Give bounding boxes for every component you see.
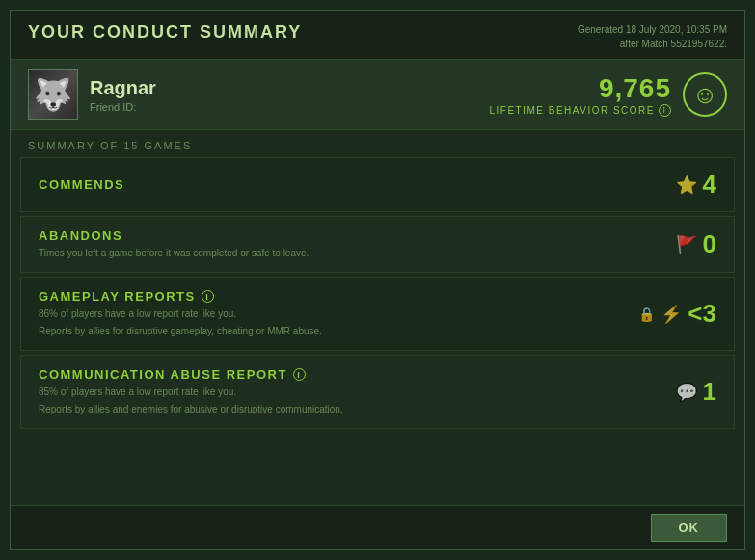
abandons-icon: 🚩 xyxy=(676,234,697,255)
abandons-desc: Times you left a game before it was comp… xyxy=(39,246,639,260)
abandons-row: ABANDONS Times you left a game before it… xyxy=(20,216,735,273)
communication-abuse-value: 1 xyxy=(703,377,716,407)
profile-info: Ragnar Friend ID: xyxy=(90,77,156,113)
abandons-value: 0 xyxy=(703,229,716,259)
gameplay-reports-row: GAMEPLAY REPORTS i 86% of players have a… xyxy=(20,277,735,351)
footer: OK xyxy=(11,505,744,549)
commends-right: ⭐ 4 xyxy=(639,170,716,200)
communication-abuse-right: 💬 1 xyxy=(639,377,716,407)
behavior-score-info-icon[interactable]: i xyxy=(659,104,671,117)
communication-abuse-desc2: Reports by allies and enemies for abusiv… xyxy=(39,402,639,416)
abandons-right: 🚩 0 xyxy=(639,229,716,259)
communication-abuse-title: COMMUNICATION ABUSE REPORT i xyxy=(39,367,639,382)
commends-left: COMMENDS xyxy=(39,177,639,192)
commends-title: COMMENDS xyxy=(39,177,639,192)
behavior-score-label: LIFETIME BEHAVIOR SCORE i xyxy=(489,104,671,117)
avatar-image: 🐺 xyxy=(29,70,77,119)
gameplay-reports-desc2: Reports by allies for disruptive gamepla… xyxy=(39,324,638,338)
window-title: YOUR CONDUCT SUMMARY xyxy=(28,22,302,42)
behavior-score-number: 9,765 xyxy=(489,73,671,104)
communication-abuse-icon: 💬 xyxy=(676,382,697,403)
gameplay-reports-info-icon[interactable]: i xyxy=(202,290,214,303)
title-bar: YOUR CONDUCT SUMMARY Generated 18 July 2… xyxy=(11,11,744,60)
communication-abuse-left: COMMUNICATION ABUSE REPORT i 85% of play… xyxy=(39,367,639,416)
gameplay-reports-left: GAMEPLAY REPORTS i 86% of players have a… xyxy=(39,289,638,338)
commends-icon: ⭐ xyxy=(676,174,697,196)
avatar: 🐺 xyxy=(28,69,78,120)
profile-left: 🐺 Ragnar Friend ID: xyxy=(28,69,156,120)
communication-abuse-info-icon[interactable]: i xyxy=(293,368,306,381)
gameplay-reports-icon: ⚡ xyxy=(661,304,682,325)
gameplay-reports-value: <3 xyxy=(688,299,716,329)
conduct-summary-window: YOUR CONDUCT SUMMARY Generated 18 July 2… xyxy=(10,10,745,550)
commends-value: 4 xyxy=(703,170,716,200)
lock-icon: 🔒 xyxy=(638,307,655,322)
profile-bar: 🐺 Ragnar Friend ID: 9,765 LIFETIME BEHAV… xyxy=(11,60,744,130)
gameplay-reports-right: 🔒 ⚡ <3 xyxy=(638,299,716,329)
smiley-icon: ☺ xyxy=(683,72,727,117)
abandons-title: ABANDONS xyxy=(39,228,639,243)
profile-friend-id: Friend ID: xyxy=(90,101,156,113)
summary-header: SUMMARY OF 15 GAMES xyxy=(11,130,744,157)
behavior-score-block: 9,765 LIFETIME BEHAVIOR SCORE i xyxy=(489,73,671,117)
communication-abuse-desc: 85% of players have a low report rate li… xyxy=(39,385,639,399)
profile-right: 9,765 LIFETIME BEHAVIOR SCORE i ☺ xyxy=(489,72,727,117)
abandons-left: ABANDONS Times you left a game before it… xyxy=(39,228,639,260)
commends-row: COMMENDS ⭐ 4 xyxy=(20,157,735,212)
generated-date: Generated 18 July 2020, 10:35 PM xyxy=(578,22,727,37)
communication-abuse-row: COMMUNICATION ABUSE REPORT i 85% of play… xyxy=(20,355,735,429)
profile-name: Ragnar xyxy=(90,77,156,99)
generated-info: Generated 18 July 2020, 10:35 PM after M… xyxy=(578,22,727,51)
gameplay-reports-desc: 86% of players have a low report rate li… xyxy=(39,307,638,321)
ok-button[interactable]: OK xyxy=(651,514,728,542)
content-area: COMMENDS ⭐ 4 ABANDONS Times you left a g… xyxy=(11,157,744,505)
after-match: after Match 5521957622. xyxy=(578,37,727,51)
gameplay-reports-title: GAMEPLAY REPORTS i xyxy=(39,289,638,304)
